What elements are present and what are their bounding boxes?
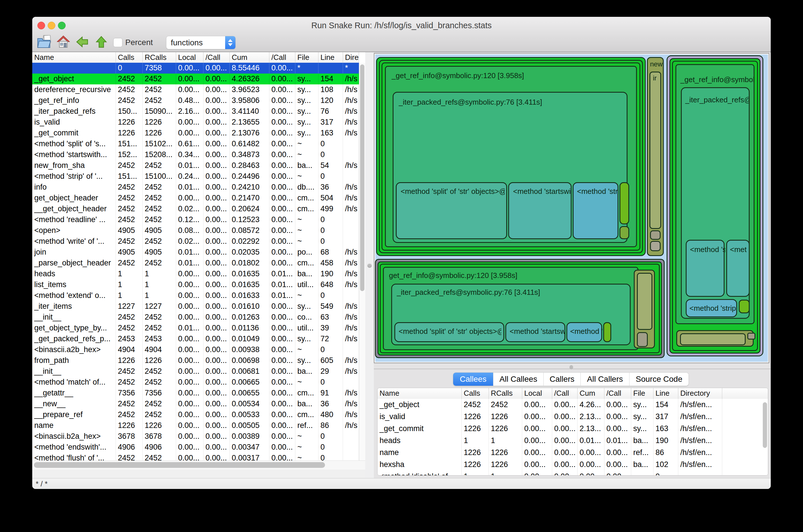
map-node-small[interactable] bbox=[603, 322, 611, 342]
table-row[interactable]: <method 'readline' ...245224520.12...0.0… bbox=[32, 214, 359, 225]
column-header-line[interactable]: Line bbox=[318, 52, 343, 63]
vertical-scrollbar-thumb[interactable] bbox=[360, 64, 364, 291]
open-folder-icon[interactable] bbox=[37, 35, 53, 50]
table-row[interactable]: info245224520.01...0.00...0.242100.00...… bbox=[32, 182, 359, 193]
map-node-root-right[interactable]: _get_ref_info@symbolic _iter_packed_refs… bbox=[667, 55, 763, 356]
column-header-file[interactable]: File bbox=[631, 388, 654, 399]
map-node-method-split[interactable]: <method 'split' of 'str' objects>@~:( bbox=[396, 182, 507, 239]
column-header-name[interactable]: Name bbox=[32, 52, 116, 63]
column-header-call[interactable]: /Call bbox=[203, 52, 230, 63]
functions-table-horizontal-scrollbar[interactable] bbox=[32, 460, 365, 470]
map-node-method-startswith[interactable]: <method 'startswit bbox=[508, 182, 571, 239]
map-node-method[interactable]: <method 's bbox=[686, 240, 725, 297]
map-node-method-strip[interactable]: <method 'strip bbox=[686, 299, 737, 317]
column-header-cum[interactable]: Cum bbox=[230, 52, 269, 63]
column-header-call[interactable]: /Call bbox=[552, 388, 578, 399]
table-row[interactable]: from_path122612260.00...0.00...0.006980.… bbox=[32, 355, 359, 366]
horizontal-scrollbar-thumb[interactable] bbox=[34, 462, 325, 468]
vertical-splitter[interactable] bbox=[365, 52, 374, 478]
squaremap-view[interactable]: _get_ref_info@symbolic.py:120 [3.958s] _… bbox=[374, 53, 769, 363]
map-node-small[interactable] bbox=[650, 230, 661, 240]
column-header-directory[interactable]: Directory bbox=[343, 52, 359, 63]
tab-all-callees[interactable]: All Callees bbox=[493, 373, 544, 386]
table-row[interactable]: heads110.00...0.00...0.01...0.01...ba...… bbox=[378, 435, 768, 447]
tab-callers[interactable]: Callers bbox=[544, 373, 581, 386]
map-node-small[interactable] bbox=[747, 333, 755, 340]
table-row[interactable]: _get_ref_info245224520.48...0.00...3.958… bbox=[32, 95, 359, 106]
column-header-call[interactable]: /Call bbox=[604, 388, 631, 399]
column-header-directory[interactable]: Directory bbox=[678, 388, 722, 399]
table-row[interactable]: <method 'startswith...152...15208...0.34… bbox=[32, 149, 359, 160]
column-header-cum[interactable]: Cum bbox=[578, 388, 604, 399]
map-node-root-top[interactable]: _get_ref_info@symbolic.py:120 [3.958s] _… bbox=[376, 57, 646, 256]
tab-callees[interactable]: Callees bbox=[453, 373, 493, 386]
table-row[interactable]: is_valid122612260.00...0.00...2.13...0.0… bbox=[378, 411, 768, 423]
column-header-calls[interactable]: Calls bbox=[462, 388, 489, 399]
table-row[interactable]: heads110.00...0.00...0.016350.01...ba...… bbox=[32, 269, 359, 279]
table-row[interactable]: name122612260.00...0.00...0.005050.00...… bbox=[32, 420, 359, 431]
column-header-line[interactable]: Line bbox=[654, 388, 678, 399]
map-node-ir[interactable]: ir bbox=[650, 72, 661, 229]
column-header-call[interactable]: /Call bbox=[269, 52, 295, 63]
table-row[interactable]: <method 'strip' of '...151...15100...0.2… bbox=[32, 171, 359, 182]
table-row[interactable]: <binascii.a2b_hex>490449040.00...0.00...… bbox=[32, 344, 359, 355]
table-row[interactable]: is_valid122612260.00...0.00...2.136550.0… bbox=[32, 117, 359, 128]
column-header-file[interactable]: File bbox=[295, 52, 318, 63]
title-bar[interactable]: Run Snake Run: /h/sf/log/is_valid_branch… bbox=[32, 17, 771, 33]
map-node-iter-packed-refs[interactable]: _iter_packed_refs@s <method 's <met <met… bbox=[681, 87, 750, 319]
table-row[interactable]: __prepare_ref245224520.00...0.00...0.005… bbox=[32, 410, 359, 420]
table-row[interactable]: <binascii.b2a_hex>367836780.00...0.00...… bbox=[32, 431, 359, 442]
table-row[interactable]: <method 'disable' of...110.00...0.00...0… bbox=[378, 471, 768, 475]
callees-table-header[interactable]: NameCallsRCallsLocal/CallCum/CallFileLin… bbox=[378, 388, 768, 399]
table-row[interactable]: _get_commit122612260.00...0.00...2.13...… bbox=[378, 423, 768, 435]
table-row[interactable]: join490549050.01...0.00...0.020350.00...… bbox=[32, 247, 359, 258]
table-row[interactable]: <method 'match' of...245224520.00...0.00… bbox=[32, 377, 359, 388]
map-node-iter-packed-refs[interactable]: _iter_packed_refs@symbolic.py:76 [3.411s… bbox=[391, 284, 631, 345]
map-node-small[interactable] bbox=[680, 333, 746, 345]
map-node-small[interactable] bbox=[620, 226, 629, 239]
table-row[interactable]: get_object_header245224520.00...0.00...0… bbox=[32, 193, 359, 204]
map-node-new[interactable]: new ir bbox=[647, 57, 664, 256]
table-row[interactable]: 073580.00...0.00...8.554460.00...** bbox=[32, 63, 359, 74]
table-row[interactable]: __new__245224520.00...0.00...0.005340.00… bbox=[32, 399, 359, 410]
functions-table-header[interactable]: NameCallsRCallsLocal/CallCum/CallFileLin… bbox=[32, 52, 359, 63]
table-row[interactable]: <method 'extend' o...110.00...0.00...0.0… bbox=[32, 290, 359, 301]
table-row[interactable]: list_items110.00...0.00...0.016350.01...… bbox=[32, 279, 359, 290]
column-header-local[interactable]: Local bbox=[522, 388, 552, 399]
map-node-method[interactable]: <met bbox=[726, 240, 750, 297]
map-node-iter-packed-refs[interactable]: _iter_packed_refs@symbolic.py:76 [3.411s… bbox=[393, 92, 627, 243]
view-type-select[interactable]: functions bbox=[166, 36, 236, 49]
table-row[interactable]: _get_commit122612260.00...0.00...2.13076… bbox=[32, 128, 359, 138]
table-row[interactable]: _get_object245224520.00...0.00...4.26326… bbox=[32, 74, 359, 84]
table-row[interactable]: __getattr__735673560.00...0.00...0.00655… bbox=[32, 388, 359, 399]
callees-scrollbar-thumb[interactable] bbox=[763, 402, 767, 448]
map-node-get-ref-info[interactable]: _get_ref_info@symbolic.py:120 [3.958s] _… bbox=[385, 66, 637, 247]
up-arrow-icon[interactable] bbox=[96, 36, 107, 49]
table-row[interactable]: __init__245224520.00...0.00...0.006810.0… bbox=[32, 366, 359, 377]
map-node-olive-column[interactable] bbox=[634, 270, 655, 348]
percent-checkbox[interactable] bbox=[113, 38, 123, 47]
table-row[interactable]: dereference_recursive245224520.00...0.00… bbox=[32, 84, 359, 95]
map-node-get-ref-info[interactable]: _get_ref_info@symbolic _iter_packed_refs… bbox=[675, 64, 754, 324]
column-header-local[interactable]: Local bbox=[176, 52, 203, 63]
table-row[interactable]: hexsha122612260.00...0.00...0.00...0.00.… bbox=[378, 459, 768, 471]
map-node-get-ref-info[interactable]: get_ref_info@symbolic.py:120 [3.958s] _i… bbox=[383, 267, 638, 350]
table-row[interactable]: <method 'endswith'...490649060.00...0.00… bbox=[32, 442, 359, 453]
tab-source-code[interactable]: Source Code bbox=[629, 373, 689, 386]
functions-table-vertical-scrollbar[interactable] bbox=[359, 63, 366, 461]
table-row[interactable]: __init__245224520.00...0.00...0.012630.0… bbox=[32, 312, 359, 323]
map-node-small[interactable] bbox=[620, 182, 629, 224]
map-node-small[interactable] bbox=[650, 241, 661, 251]
map-node-root-bottom[interactable]: get_ref_info@symbolic.py:120 [3.958s] _i… bbox=[375, 259, 664, 358]
column-header-rcalls[interactable]: RCalls bbox=[143, 52, 176, 63]
map-node-small[interactable] bbox=[637, 332, 648, 347]
table-row[interactable]: <method 'write' of '...245224520.02...0.… bbox=[32, 236, 359, 247]
tab-all-callers[interactable]: All Callers bbox=[581, 373, 629, 386]
column-header-rcalls[interactable]: RCalls bbox=[489, 388, 522, 399]
table-row[interactable]: <method 'split' of 's...151...15102...0.… bbox=[32, 138, 359, 149]
table-row[interactable]: _iter_items122712270.00...0.00...0.01610… bbox=[32, 301, 359, 312]
home-icon[interactable] bbox=[57, 35, 70, 50]
column-header-[interactable] bbox=[722, 388, 768, 399]
table-row[interactable]: _iter_packed_refs150...15090...2.16...0.… bbox=[32, 106, 359, 117]
table-row[interactable]: _parse_object_header245224520.01...0.00.… bbox=[32, 258, 359, 269]
